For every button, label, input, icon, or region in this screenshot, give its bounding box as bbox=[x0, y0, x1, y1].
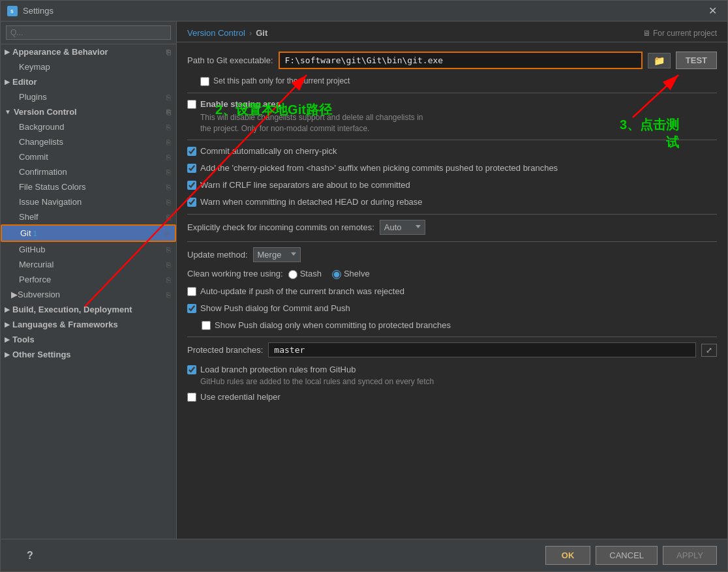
test-button[interactable]: TEST bbox=[676, 52, 717, 69]
cherry-suffix-row: Add the 'cherry-picked from <hash>' suff… bbox=[187, 162, 717, 174]
incoming-row: Explicitly check for incoming commits on… bbox=[187, 220, 717, 235]
warn-detached-row: Warn when committing in detached HEAD or… bbox=[187, 196, 717, 208]
auto-update-row: Auto-update if push of the current branc… bbox=[187, 286, 717, 297]
cancel-button[interactable]: CANCEL bbox=[596, 546, 658, 565]
sidebar-item-keymap[interactable]: Keymap bbox=[1, 59, 176, 74]
sidebar-item-plugins[interactable]: Plugins ⎘ bbox=[1, 89, 176, 104]
cherry-pick-checkbox[interactable] bbox=[187, 147, 196, 156]
sidebar-item-github[interactable]: GitHub ⎘ bbox=[1, 242, 176, 257]
sidebar-item-issue-navigation[interactable]: Issue Navigation ⎘ bbox=[1, 194, 176, 209]
sidebar-label: Keymap bbox=[19, 62, 50, 72]
sidebar-item-tools[interactable]: ▶ Tools bbox=[1, 332, 176, 347]
svg-text:S: S bbox=[10, 9, 14, 14]
path-input[interactable] bbox=[279, 52, 643, 69]
protected-branches-input[interactable] bbox=[268, 342, 696, 357]
search-box[interactable] bbox=[1, 22, 176, 44]
sidebar-item-editor[interactable]: ▶ Editor bbox=[1, 74, 176, 89]
clean-tree-label: Clean working tree using: bbox=[187, 269, 283, 278]
expand-icon: ▼ bbox=[5, 108, 11, 115]
breadcrumb-git: Git bbox=[256, 28, 267, 38]
main-panel: Version Control › Git 🖥 For current proj… bbox=[177, 22, 727, 539]
breadcrumb-vc[interactable]: Version Control bbox=[187, 28, 245, 38]
sidebar-item-mercurial[interactable]: Mercurial ⎘ bbox=[1, 257, 176, 272]
browse-button[interactable]: 📁 bbox=[648, 53, 671, 68]
show-push-protected-row: Show Push dialog only when committing to… bbox=[202, 320, 717, 331]
sidebar-label: Subversion bbox=[18, 290, 60, 299]
load-branch-checkbox[interactable] bbox=[187, 365, 196, 374]
apply-button[interactable]: APPLY bbox=[663, 546, 717, 565]
stash-option: Stash bbox=[288, 269, 322, 279]
set-path-label: Set this path only for the current proje… bbox=[213, 76, 350, 85]
shelve-option: Shelve bbox=[332, 269, 370, 279]
incoming-label: Explicitly check for incoming commits on… bbox=[187, 222, 374, 232]
set-path-checkbox[interactable] bbox=[200, 77, 209, 86]
sidebar-item-changelists[interactable]: Changelists ⎘ bbox=[1, 134, 176, 149]
auto-update-label: Auto-update if push of the current branc… bbox=[200, 286, 404, 297]
load-branch-row: Load branch protection rules from GitHub… bbox=[187, 364, 717, 386]
copy-icon: ⎘ bbox=[166, 153, 171, 161]
for-project: 🖥 For current project bbox=[643, 29, 717, 38]
sidebar-label: Languages & Frameworks bbox=[12, 320, 118, 329]
expand-icon: ▶ bbox=[5, 306, 10, 313]
cherry-suffix-label: Add the 'cherry-picked from <hash>' suff… bbox=[200, 162, 558, 174]
use-credential-checkbox[interactable] bbox=[187, 393, 196, 402]
use-credential-row: Use credential helper bbox=[187, 391, 717, 403]
sidebar-num: 1 bbox=[33, 230, 37, 237]
cherry-suffix-checkbox[interactable] bbox=[187, 164, 196, 173]
window-title: Settings bbox=[23, 6, 705, 16]
warn-crlf-row: Warn if CRLF line separators are about t… bbox=[187, 179, 717, 191]
sidebar-item-subversion[interactable]: ▶ Subversion ⎘ bbox=[1, 287, 176, 302]
shelve-radio[interactable] bbox=[332, 270, 341, 279]
sidebar-item-languages[interactable]: ▶ Languages & Frameworks bbox=[1, 317, 176, 332]
divider2 bbox=[187, 140, 717, 140]
search-input[interactable] bbox=[6, 25, 171, 40]
path-label: Path to Git executable: bbox=[187, 55, 273, 65]
divider5 bbox=[187, 337, 717, 337]
update-select[interactable]: Merge Rebase bbox=[253, 247, 301, 262]
sidebar-item-confirmation[interactable]: Confirmation ⎘ bbox=[1, 164, 176, 179]
sidebar-item-git[interactable]: Git 1 ⎘ bbox=[1, 224, 176, 242]
copy-icon: ⎘ bbox=[166, 261, 171, 269]
expand-icon: ▶ bbox=[5, 336, 10, 343]
sidebar-item-build[interactable]: ▶ Build, Execution, Deployment bbox=[1, 302, 176, 317]
show-push-checkbox[interactable] bbox=[187, 304, 196, 313]
copy-icon: ⎘ bbox=[166, 183, 171, 191]
close-button[interactable]: ✕ bbox=[705, 3, 721, 18]
warn-detached-checkbox[interactable] bbox=[187, 198, 196, 207]
sidebar-item-background[interactable]: Background ⎘ bbox=[1, 119, 176, 134]
copy-icon: ⎘ bbox=[166, 123, 171, 131]
expand-icon: ▶ bbox=[5, 321, 10, 328]
stash-radio[interactable] bbox=[288, 270, 297, 279]
copy-icon: ⎘ bbox=[166, 276, 171, 284]
incoming-select[interactable]: Auto Always Never bbox=[380, 220, 425, 235]
sidebar-item-commit[interactable]: Commit ⎘ bbox=[1, 149, 176, 164]
sidebar-item-file-status-colors[interactable]: File Status Colors ⎘ bbox=[1, 179, 176, 194]
load-branch-label: Load branch protection rules from GitHub bbox=[200, 365, 356, 374]
sidebar-label: Build, Execution, Deployment bbox=[12, 305, 132, 314]
clean-tree-radio-group: Stash Shelve bbox=[288, 269, 370, 279]
cherry-pick-row: Commit automatically on cherry-pick bbox=[187, 145, 717, 157]
sidebar-item-version-control[interactable]: ▼ Version Control ⎘ bbox=[1, 104, 176, 119]
sidebar-label: Background bbox=[19, 122, 64, 132]
sidebar-item-other[interactable]: ▶ Other Settings bbox=[1, 347, 176, 362]
ok-button[interactable]: OK bbox=[545, 546, 591, 565]
auto-update-checkbox[interactable] bbox=[187, 287, 196, 296]
sidebar-item-shelf[interactable]: Shelf ⎘ bbox=[1, 209, 176, 224]
set-path-row: Set this path only for the current proje… bbox=[200, 76, 717, 86]
warn-crlf-checkbox[interactable] bbox=[187, 181, 196, 190]
expand-icon: ▶ bbox=[5, 351, 10, 358]
show-push-protected-label: Show Push dialog only when committing to… bbox=[215, 320, 451, 331]
show-push-protected-checkbox[interactable] bbox=[202, 321, 211, 330]
sidebar-item-perforce[interactable]: Perforce ⎘ bbox=[1, 272, 176, 287]
enable-staging-checkbox[interactable] bbox=[187, 100, 196, 109]
sidebar-label: Plugins bbox=[19, 92, 47, 102]
help-button[interactable]: ? bbox=[11, 546, 49, 565]
expand-protected-button[interactable]: ⤢ bbox=[701, 344, 717, 357]
breadcrumb-sep: › bbox=[249, 28, 252, 38]
copy-icon: ⎘ bbox=[166, 246, 171, 254]
sidebar-label: GitHub bbox=[19, 245, 45, 254]
sidebar-item-appearance[interactable]: ▶ Appearance & Behavior ⎘ bbox=[1, 44, 176, 59]
expand-icon: ▶ bbox=[5, 48, 10, 55]
update-method-row: Update method: Merge Rebase bbox=[187, 247, 717, 262]
divider3 bbox=[187, 214, 717, 215]
